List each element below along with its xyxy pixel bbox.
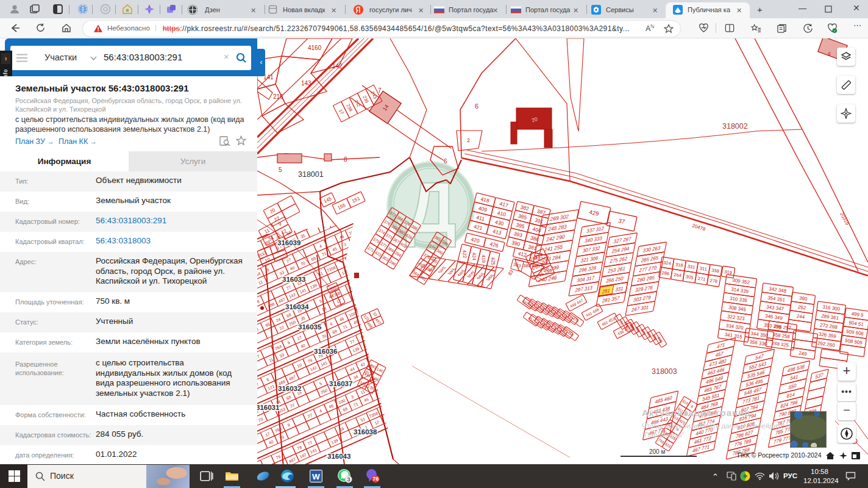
svg-text:78: 78 — [257, 299, 260, 305]
svg-text:33: 33 — [279, 270, 285, 276]
svg-text:280 295: 280 295 — [636, 275, 655, 284]
svg-text:252: 252 — [797, 304, 806, 311]
svg-text:316035: 316035 — [298, 323, 322, 331]
svg-text:23: 23 — [381, 187, 387, 193]
svg-text:68: 68 — [286, 312, 292, 318]
svg-text:2: 2 — [257, 382, 259, 387]
svg-text:37: 37 — [618, 217, 626, 225]
svg-text:7358: 7358 — [379, 324, 390, 332]
svg-text:338: 338 — [711, 267, 720, 274]
svg-text:15: 15 — [385, 278, 391, 284]
svg-text:509 506: 509 506 — [846, 329, 864, 337]
svg-text:488: 488 — [267, 301, 275, 308]
svg-text:42: 42 — [349, 284, 355, 290]
svg-text:17: 17 — [338, 108, 345, 115]
svg-text:22: 22 — [279, 325, 285, 331]
svg-text:248 325: 248 325 — [771, 340, 789, 348]
svg-text:139: 139 — [310, 283, 318, 290]
svg-text:360: 360 — [799, 295, 808, 302]
svg-text:324: 324 — [663, 260, 672, 267]
svg-text:275 262: 275 262 — [610, 256, 628, 264]
svg-text:286: 286 — [661, 270, 670, 277]
svg-text:456: 456 — [567, 330, 575, 337]
svg-text:426: 426 — [489, 241, 499, 249]
svg-text:34: 34 — [353, 292, 359, 298]
svg-text:441 448: 441 448 — [585, 307, 600, 317]
svg-text:292 260: 292 260 — [817, 340, 835, 348]
svg-text:79: 79 — [276, 454, 282, 461]
svg-text:278: 278 — [710, 278, 718, 284]
svg-text:78: 78 — [296, 445, 302, 451]
svg-text:266 250: 266 250 — [605, 276, 624, 284]
svg-text:244: 244 — [796, 314, 805, 320]
svg-text:27: 27 — [286, 257, 292, 264]
svg-text:316032: 316032 — [278, 385, 301, 392]
svg-text:271: 271 — [697, 276, 706, 282]
svg-text:16: 16 — [360, 334, 366, 340]
svg-text:33: 33 — [372, 311, 378, 317]
svg-text:253 261: 253 261 — [607, 266, 626, 274]
svg-text:308 345: 308 345 — [728, 304, 746, 312]
svg-text:W: W — [312, 472, 320, 481]
svg-text:33: 33 — [381, 379, 387, 386]
svg-text:264: 264 — [274, 426, 282, 433]
svg-text:6: 6 — [386, 388, 390, 393]
svg-text:38: 38 — [360, 279, 366, 285]
svg-text:140: 140 — [376, 367, 384, 373]
svg-text:45: 45 — [363, 397, 369, 403]
svg-text:316034: 316034 — [285, 303, 309, 310]
svg-text:17: 17 — [336, 298, 342, 304]
svg-text:3: 3 — [350, 394, 355, 399]
svg-text:1: 1 — [365, 260, 369, 265]
svg-text:371: 371 — [367, 246, 375, 253]
svg-text:34: 34 — [353, 374, 359, 380]
svg-text:373: 373 — [385, 232, 394, 240]
svg-text:2: 2 — [343, 242, 347, 247]
svg-text:139: 139 — [330, 438, 338, 445]
svg-text:216: 216 — [273, 93, 283, 100]
svg-text:38: 38 — [371, 192, 377, 198]
svg-text:70: 70 — [300, 260, 306, 267]
svg-text:374: 374 — [378, 228, 386, 235]
svg-text:242: 242 — [354, 99, 362, 108]
svg-text:24: 24 — [546, 138, 553, 145]
svg-text:70: 70 — [321, 334, 327, 340]
svg-text:369: 369 — [387, 246, 396, 253]
svg-text:318002: 318002 — [722, 122, 748, 131]
svg-text:4: 4 — [329, 321, 333, 326]
svg-text:145: 145 — [323, 196, 333, 204]
svg-text:499 5: 499 5 — [851, 311, 864, 318]
svg-text:242 290: 242 290 — [546, 234, 565, 243]
svg-text:8: 8 — [344, 156, 347, 163]
svg-text:3: 3 — [372, 220, 376, 225]
svg-text:241 255: 241 255 — [544, 243, 563, 253]
svg-text:330 263: 330 263 — [642, 245, 661, 254]
svg-text:425: 425 — [490, 257, 496, 265]
svg-text:419: 419 — [481, 254, 486, 263]
svg-text:411: 411 — [475, 214, 485, 222]
svg-text:550: 550 — [788, 382, 797, 390]
svg-text:3: 3 — [347, 476, 350, 483]
svg-text:314 339: 314 339 — [731, 287, 749, 295]
svg-text:418: 418 — [480, 196, 490, 204]
svg-text:51: 51 — [360, 417, 366, 423]
svg-text:358 258: 358 258 — [772, 332, 790, 340]
svg-text:3: 3 — [382, 298, 386, 303]
svg-text:343 347: 343 347 — [766, 304, 784, 312]
svg-text:311: 311 — [699, 265, 707, 272]
svg-text:4: 4 — [319, 244, 323, 249]
svg-text:367: 367 — [393, 237, 401, 245]
svg-text:4160: 4160 — [308, 45, 322, 51]
svg-text:307 332: 307 332 — [582, 245, 601, 254]
svg-text:409: 409 — [478, 205, 488, 213]
svg-text:5: 5 — [319, 299, 323, 304]
svg-text:430: 430 — [494, 219, 504, 227]
svg-text:421: 421 — [473, 223, 483, 231]
svg-text:504 51: 504 51 — [848, 320, 864, 327]
svg-text:46: 46 — [328, 403, 334, 409]
svg-text:71: 71 — [342, 324, 348, 330]
svg-text:297 313: 297 313 — [575, 285, 594, 293]
svg-text:331: 331 — [687, 264, 695, 270]
svg-text:100: 100 — [338, 398, 346, 405]
svg-text:142: 142 — [332, 63, 343, 70]
